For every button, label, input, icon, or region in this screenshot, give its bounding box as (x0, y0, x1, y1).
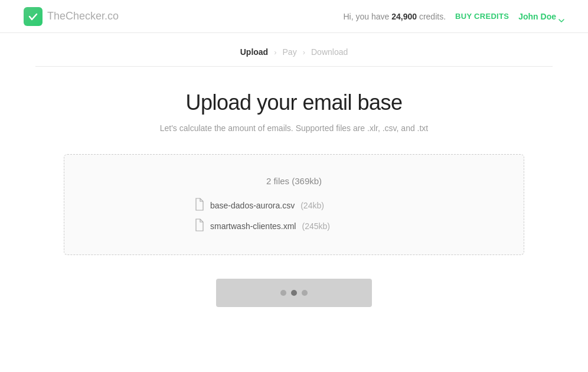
step-pay: Pay (283, 47, 297, 57)
step-upload: Upload (240, 47, 268, 57)
page-subtitle: Let's calculate the amount of emails. Su… (160, 123, 429, 133)
user-name: John Doe (518, 12, 556, 21)
loading-dot-1 (280, 290, 286, 296)
logo-icon (24, 7, 43, 26)
files-summary: 2 files (369kb) (266, 176, 322, 186)
brand-name-text: TheChecker (47, 10, 104, 22)
file-icon (194, 198, 204, 213)
file-icon (194, 218, 204, 233)
file-list: base-dados-aurora.csv (24kb) smartwash-c… (194, 198, 394, 233)
brand-name: TheChecker.co (47, 10, 119, 22)
credits-info: Hi, you have 24,900 credits. (343, 12, 446, 21)
buy-credits-link[interactable]: Buy credits (455, 12, 509, 21)
submit-button[interactable] (216, 279, 372, 307)
file-item: base-dados-aurora.csv (24kb) (194, 198, 394, 213)
main-content: Upload your email base Let's calculate t… (0, 67, 588, 325)
credits-suffix: credits. (417, 12, 446, 21)
file-item: smartwash-clientes.xml (245kb) (194, 218, 394, 233)
file-size-2: (245kb) (302, 221, 329, 231)
credits-prefix: Hi, you have (343, 12, 391, 21)
credits-amount: 24,900 (391, 12, 417, 21)
file-name-2: smartwash-clientes.xml (210, 221, 296, 231)
stepper: Upload › Pay › Download (0, 33, 588, 57)
dropzone[interactable]: 2 files (369kb) base-dados-aurora.csv (2… (64, 154, 524, 255)
nav-right: Hi, you have 24,900 credits. Buy credits… (343, 12, 564, 21)
loading-dot-2 (291, 290, 297, 296)
step-arrow-2: › (303, 48, 305, 57)
file-size-1: (24kb) (300, 201, 324, 210)
file-name-1: base-dados-aurora.csv (210, 201, 295, 210)
user-menu[interactable]: John Doe (518, 12, 564, 21)
chevron-down-icon (558, 15, 564, 18)
loading-dot-3 (302, 290, 308, 296)
page-title: Upload your email base (185, 90, 402, 115)
step-download: Download (311, 47, 348, 57)
logo[interactable]: TheChecker.co (24, 7, 119, 26)
brand-suffix: .co (104, 10, 119, 22)
navbar: TheChecker.co Hi, you have 24,900 credit… (0, 0, 588, 33)
step-arrow-1: › (274, 48, 276, 57)
